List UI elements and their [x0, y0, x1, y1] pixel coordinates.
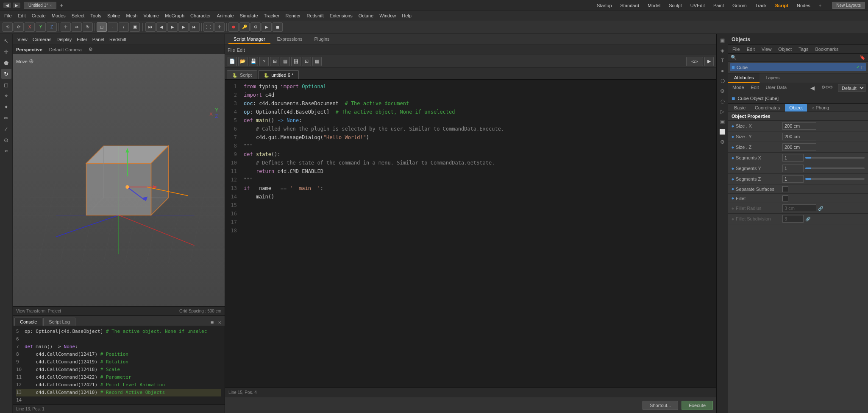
- seg-y-input[interactable]: [782, 165, 804, 172]
- redo-button[interactable]: ⟳: [14, 22, 24, 32]
- attr-value-seg-z[interactable]: [782, 175, 865, 183]
- redshift-menu[interactable]: Redshift: [107, 36, 128, 43]
- menu-model[interactable]: Model: [647, 3, 661, 8]
- add-tab-button[interactable]: +: [60, 2, 63, 9]
- seg-x-input[interactable]: [782, 154, 804, 162]
- go-end-btn[interactable]: ⏭: [189, 22, 200, 32]
- attr-value-seg-x[interactable]: [782, 154, 865, 162]
- edges-mode-btn[interactable]: /: [119, 22, 129, 32]
- attr-dropdown[interactable]: Default: [838, 84, 865, 92]
- sm-icon-btn[interactable]: ⊡: [302, 57, 311, 66]
- menu-simulate[interactable]: Simulate: [237, 12, 261, 19]
- points-mode-btn[interactable]: ·: [108, 22, 118, 32]
- attr-object-tab[interactable]: Object: [785, 104, 807, 112]
- attr-value-fillet[interactable]: [782, 195, 865, 201]
- menu-tracker[interactable]: Tracker: [262, 12, 282, 19]
- rs-attrs-icon[interactable]: ◈: [718, 46, 727, 55]
- attr-value-size-x[interactable]: [782, 122, 865, 130]
- rs-play-icon[interactable]: ▷: [718, 107, 727, 116]
- attr-value-size-z[interactable]: [782, 143, 865, 151]
- brush-tool[interactable]: ✏: [1, 113, 11, 123]
- paint-tool[interactable]: ✦: [1, 102, 11, 112]
- smooth-tool[interactable]: ≈: [1, 146, 11, 156]
- attr-basic-tab[interactable]: Basic: [730, 104, 750, 112]
- attr-tab-attributes[interactable]: Attributes: [728, 73, 760, 83]
- fillet-subdiv-link[interactable]: 🔗: [805, 217, 810, 221]
- render-settings-btn[interactable]: ⚙: [250, 22, 261, 32]
- menu-standard[interactable]: Standard: [620, 3, 640, 8]
- attr-value-seg-y[interactable]: [782, 165, 865, 172]
- menu-character[interactable]: Character: [188, 12, 213, 19]
- menu-uvedit[interactable]: UVEdit: [690, 3, 706, 8]
- tweak-tool[interactable]: ⌖: [1, 91, 11, 101]
- sm-expand-btn[interactable]: ▶: [704, 57, 714, 66]
- menu-edit[interactable]: Edit: [15, 12, 28, 19]
- rs-grid-icon[interactable]: ▣: [718, 117, 727, 126]
- size-x-input[interactable]: [782, 122, 816, 130]
- script-tab-untitled6[interactable]: 🐍 untitled 6 *: [258, 70, 299, 79]
- objects-object-menu[interactable]: Object: [776, 46, 793, 53]
- viewport-3d-content[interactable]: X Y Z Move ⊕: [13, 54, 225, 306]
- magnet-tool[interactable]: ⊙: [1, 135, 11, 145]
- play-btn[interactable]: ▶: [167, 22, 178, 32]
- autokey-btn[interactable]: 🔑: [239, 22, 250, 32]
- menu-script[interactable]: Script: [774, 3, 789, 8]
- size-z-input[interactable]: [782, 143, 816, 151]
- objects-edit-menu[interactable]: Edit: [745, 46, 757, 53]
- rotate-tool[interactable]: ↻: [1, 69, 11, 79]
- select-tool[interactable]: ◻: [1, 80, 11, 90]
- menu-extensions[interactable]: Extensions: [327, 12, 355, 19]
- sm-open-btn[interactable]: 📂: [238, 57, 248, 66]
- rs-layers-icon[interactable]: ⬜: [718, 127, 727, 137]
- object-mode-btn[interactable]: ◻: [97, 22, 107, 32]
- attr-mode-menu[interactable]: Mode: [731, 84, 746, 92]
- menu-sculpt[interactable]: Sculpt: [668, 3, 683, 8]
- move-tool-btn[interactable]: ✛: [61, 22, 71, 32]
- sm-image-btn[interactable]: 🖼: [291, 57, 300, 66]
- rs-settings-icon[interactable]: ⚙: [718, 137, 727, 147]
- sm-copy-btn[interactable]: ⊞: [270, 57, 279, 66]
- objects-view-menu[interactable]: View: [760, 46, 773, 53]
- execute-button[interactable]: Execute: [682, 401, 713, 410]
- sm-tab-expressions[interactable]: Expressions: [272, 35, 308, 44]
- rs-objects-icon[interactable]: ▣: [718, 36, 727, 45]
- menu-mograph[interactable]: MoGraph: [162, 12, 187, 19]
- snap-btn[interactable]: ✛: [214, 22, 225, 32]
- sm-tab-script-manager[interactable]: Script Manager: [228, 35, 270, 44]
- attr-userdata-menu[interactable]: User Data: [764, 84, 789, 92]
- cursor-tool[interactable]: ↖: [1, 36, 11, 46]
- add-menu-icon[interactable]: +: [818, 3, 822, 8]
- menu-window[interactable]: Window: [377, 12, 398, 19]
- document-tab[interactable]: Untitled 1* ×: [24, 2, 56, 9]
- sm-tab-plugins[interactable]: Plugins: [309, 35, 335, 44]
- scale-tool-btn[interactable]: ⇔: [72, 22, 82, 32]
- cameras-menu[interactable]: Cameras: [31, 36, 54, 43]
- code-editor[interactable]: 123456789101112131415161718 from typing …: [225, 80, 716, 388]
- grid-btn[interactable]: ⋮⋮: [203, 22, 214, 32]
- x-axis-btn[interactable]: X: [25, 22, 35, 32]
- z-axis-btn[interactable]: Z: [47, 22, 57, 32]
- view-menu[interactable]: View: [15, 36, 30, 43]
- render-btn[interactable]: ◼: [273, 22, 283, 32]
- sep-surfaces-checkbox[interactable]: [782, 186, 788, 192]
- menu-select[interactable]: Select: [69, 12, 87, 19]
- menu-render[interactable]: Render: [283, 12, 303, 19]
- script-log-tab[interactable]: Script Log: [43, 318, 75, 326]
- sm-file-menu[interactable]: File: [228, 47, 235, 53]
- attr-nav-back[interactable]: ◀: [809, 84, 816, 92]
- cube-tree-item[interactable]: ■ Cube ✓ ◻: [730, 63, 866, 71]
- step-back-btn[interactable]: ◀: [156, 22, 167, 32]
- sm-edit-menu[interactable]: Edit: [237, 47, 245, 53]
- menu-volume[interactable]: Volume: [141, 12, 162, 19]
- back-button[interactable]: ◀: [3, 3, 11, 8]
- rs-circle-icon[interactable]: ◌: [718, 97, 727, 106]
- rs-hex-icon[interactable]: ⬡: [718, 76, 727, 86]
- sm-save-btn[interactable]: 💾: [249, 57, 258, 66]
- close-tab-icon[interactable]: ×: [50, 3, 52, 8]
- sm-extra-btn[interactable]: ▦: [312, 57, 322, 66]
- console-tab[interactable]: Console: [14, 318, 42, 326]
- new-layouts-button[interactable]: New Layouts: [832, 2, 865, 9]
- objects-bookmarks-menu[interactable]: Bookmarks: [813, 46, 840, 53]
- 3d-viewport[interactable]: Perspective Default Camera ⚙: [13, 45, 225, 306]
- filter-menu[interactable]: Filter: [75, 36, 89, 43]
